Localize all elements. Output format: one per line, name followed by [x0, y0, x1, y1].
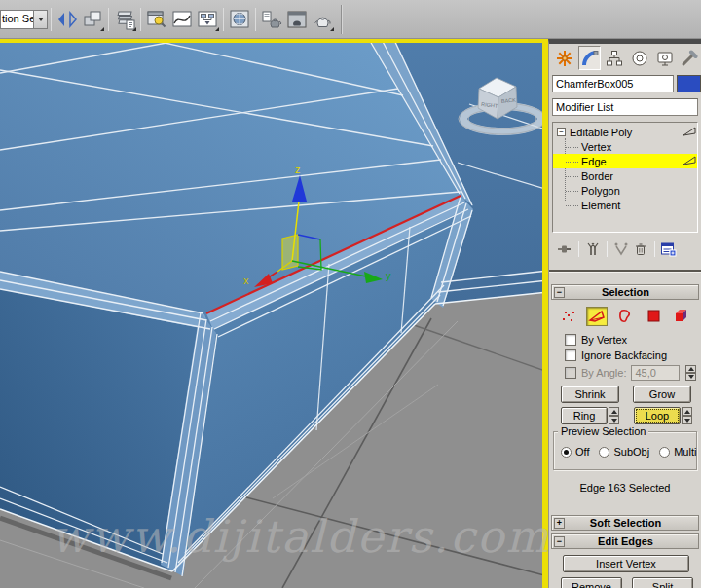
stack-row-polygon[interactable]: Polygon — [553, 183, 697, 198]
collapse-icon[interactable]: − — [557, 128, 566, 136]
collapse-icon[interactable]: − — [554, 536, 565, 547]
object-color-swatch[interactable] — [677, 75, 701, 92]
grow-button[interactable]: Grow — [633, 386, 691, 403]
remove-button[interactable]: Remove — [561, 577, 622, 588]
rollout-header-soft-selection[interactable]: + Soft Selection — [551, 515, 699, 531]
layer-manager-button[interactable] — [112, 7, 137, 32]
tab-create[interactable] — [553, 46, 576, 70]
spinner-down-icon[interactable] — [609, 416, 619, 424]
toolbar-end-separator — [341, 5, 343, 34]
render-setup-icon — [260, 8, 283, 31]
stack-row-editable-poly[interactable]: − Editable Poly — [553, 125, 697, 139]
scene-explorer-icon — [145, 8, 168, 31]
align-button[interactable] — [80, 7, 105, 32]
stack-row-arrow-icon — [683, 127, 696, 137]
rollout-header-edit-edges[interactable]: − Edit Edges — [551, 533, 699, 549]
show-end-result-button[interactable] — [583, 240, 603, 258]
tab-display[interactable] — [653, 46, 677, 70]
material-editor-icon — [228, 8, 251, 31]
insert-vertex-button[interactable]: Insert Vertex — [563, 555, 689, 572]
radio-multi[interactable] — [659, 447, 670, 458]
tab-hierarchy[interactable] — [603, 46, 626, 70]
subobject-edge-button[interactable] — [586, 307, 608, 326]
rollout-header-selection[interactable]: − Selection — [551, 284, 699, 300]
configure-modifier-sets-button[interactable] — [659, 240, 679, 258]
subobject-border-button[interactable] — [614, 307, 636, 326]
shrink-button[interactable]: Shrink — [561, 386, 619, 403]
preview-selection-group: Preview Selection Off SubObj Multi — [553, 431, 697, 470]
tab-modify[interactable] — [578, 46, 602, 70]
stack-row-element[interactable]: Element — [553, 198, 697, 212]
combo-dropdown-button[interactable] — [33, 10, 48, 29]
make-unique-icon — [613, 241, 629, 257]
toolbar-separator — [255, 8, 256, 31]
vertex-icon — [561, 310, 576, 323]
toolbar-separator — [223, 8, 224, 31]
border-icon — [618, 309, 632, 323]
object-name-row: ChamferBox005 — [552, 75, 701, 92]
schematic-view-icon — [196, 8, 219, 31]
utilities-icon — [681, 50, 698, 67]
radio-off[interactable] — [561, 447, 572, 458]
spinner-up-icon[interactable] — [682, 407, 692, 416]
shrink-grow-row: Shrink Grow — [561, 386, 691, 403]
loop-spinner[interactable] — [682, 407, 692, 424]
curve-editor-button[interactable] — [169, 7, 195, 32]
toolbar-separator — [51, 8, 52, 31]
by-angle-row: By Angle: 45,0 — [565, 365, 701, 381]
expand-icon[interactable]: + — [554, 518, 565, 529]
spinner-up-icon[interactable] — [609, 407, 619, 416]
by-angle-checkbox[interactable] — [565, 367, 576, 379]
make-unique-button[interactable] — [611, 240, 631, 258]
ignore-backfacing-checkbox[interactable] — [565, 349, 576, 361]
modifier-list-dropdown[interactable]: Modifier List — [552, 98, 698, 116]
create-icon — [556, 50, 573, 67]
tab-utilities[interactable] — [678, 46, 701, 70]
viewport-scene: z x y RIGHT BACK — [0, 36, 548, 588]
loop-button[interactable]: Loop — [634, 407, 681, 424]
subobject-polygon-button[interactable] — [643, 307, 664, 326]
stack-row-vertex[interactable]: Vertex — [553, 139, 697, 154]
schematic-view-button[interactable] — [195, 7, 220, 32]
ring-spinner[interactable] — [609, 407, 619, 424]
rendered-frame-window-button[interactable] — [284, 7, 310, 32]
named-selection-sets-value[interactable]: tion Se — [0, 10, 33, 29]
pin-stack-button[interactable] — [555, 240, 574, 258]
mirror-icon — [55, 8, 79, 31]
viewport[interactable]: z x y RIGHT BACK — [0, 36, 548, 588]
render-production-button[interactable] — [310, 7, 335, 32]
pin-stack-icon — [557, 241, 572, 257]
gizmo-xz-plane-handle[interactable] — [282, 235, 298, 270]
subobject-vertex-button[interactable] — [558, 307, 579, 326]
by-angle-spinner[interactable] — [685, 365, 696, 381]
radio-subobj[interactable] — [599, 447, 609, 458]
align-icon — [81, 8, 104, 31]
spinner-down-icon[interactable] — [685, 373, 696, 381]
ring-button[interactable]: Ring — [561, 407, 608, 424]
remove-modifier-icon — [633, 241, 648, 257]
by-vertex-checkbox[interactable] — [565, 334, 576, 346]
selection-status-text: Edge 163 Selected — [549, 482, 701, 494]
render-setup-button[interactable] — [259, 7, 284, 32]
named-selection-sets-combo[interactable]: tion Se — [0, 10, 48, 29]
stack-row-edge[interactable]: Edge — [553, 154, 697, 168]
gizmo-z-label: z — [295, 164, 301, 175]
configure-modifier-sets-icon — [660, 241, 678, 257]
by-vertex-row: By Vertex — [565, 334, 701, 346]
spinner-down-icon[interactable] — [682, 416, 692, 424]
remove-modifier-button[interactable] — [631, 240, 650, 258]
modifier-stack-toolbar — [555, 238, 699, 261]
spinner-up-icon[interactable] — [685, 365, 696, 373]
subobject-element-button[interactable] — [671, 307, 692, 326]
object-name-field[interactable]: ChamferBox005 — [552, 75, 674, 92]
collapse-icon[interactable]: − — [554, 287, 565, 298]
main-toolbar: tion Se — [0, 0, 701, 39]
mirror-button[interactable] — [55, 7, 80, 32]
tab-motion[interactable] — [628, 46, 651, 70]
by-angle-value-field[interactable]: 45,0 — [631, 365, 680, 381]
scene-explorer-button[interactable] — [144, 7, 169, 32]
preview-selection-radios: Off SubObj Multi — [554, 446, 696, 458]
material-editor-button[interactable] — [227, 7, 252, 32]
stack-row-border[interactable]: Border — [553, 168, 697, 183]
split-button[interactable]: Split — [632, 577, 693, 588]
